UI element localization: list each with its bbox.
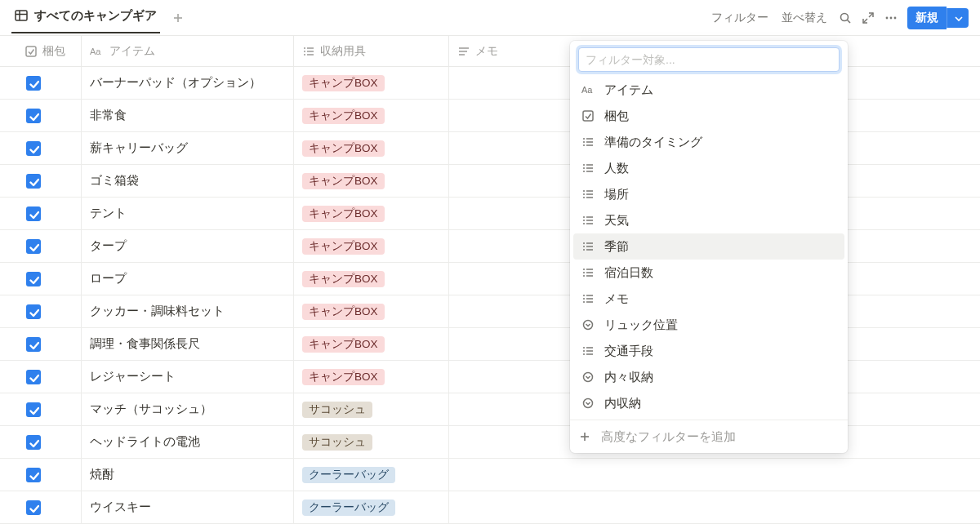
cell-memo	[449, 491, 980, 523]
filter-option[interactable]: アイテム	[573, 77, 844, 103]
item-name[interactable]: 非常食	[90, 108, 127, 123]
checkbox[interactable]	[26, 304, 41, 319]
item-name[interactable]: マッチ（サコッシュ）	[90, 402, 212, 417]
filter-option[interactable]: 宿泊日数	[573, 260, 844, 286]
storage-tag: キャンプBOX	[302, 108, 385, 124]
cell-storage: キャンプBOX	[294, 165, 449, 197]
add-view-button[interactable]	[168, 8, 188, 28]
cell-item: 焼酎	[82, 459, 294, 491]
item-name[interactable]: ウイスキー	[90, 500, 151, 515]
cell-storage: クーラーバッグ	[294, 491, 449, 523]
cell-checkbox	[0, 165, 82, 197]
checkbox[interactable]	[26, 370, 41, 384]
storage-tag: キャンプBOX	[302, 271, 385, 287]
checkbox[interactable]	[26, 272, 41, 286]
filter-option-list: アイテム梱包準備のタイミング人数場所天気季節宿泊日数メモリュック位置交通手段内々…	[570, 77, 848, 416]
column-label: アイテム	[109, 44, 155, 59]
filter-option[interactable]: 天気	[573, 207, 844, 233]
checkbox[interactable]	[26, 435, 41, 450]
item-name[interactable]: ロープ	[90, 271, 127, 286]
expand-button[interactable]	[857, 7, 880, 29]
item-name[interactable]: ヘッドライトの電池	[90, 434, 200, 450]
view-tab[interactable]: すべてのキャンプギア	[11, 3, 160, 33]
plus-icon	[578, 430, 591, 443]
checkbox[interactable]	[26, 468, 41, 482]
column-header-storage[interactable]: 収納用具	[294, 36, 449, 66]
list-icon	[581, 162, 595, 175]
cell-storage: キャンプBOX	[294, 67, 449, 99]
checkbox[interactable]	[26, 337, 41, 352]
more-button[interactable]	[880, 7, 902, 29]
cell-checkbox	[0, 459, 82, 491]
item-name[interactable]: 調理・食事関係長尺	[90, 336, 200, 352]
checkbox-icon	[581, 109, 595, 122]
storage-tag: キャンプBOX	[302, 336, 385, 353]
checkbox[interactable]	[26, 239, 41, 254]
cell-item: ヘッドライトの電池	[82, 426, 294, 458]
advanced-filter-label: 高度なフィルターを追加	[601, 429, 736, 445]
filter-option[interactable]: 季節	[573, 233, 844, 260]
new-dropdown-button[interactable]	[947, 8, 969, 28]
filter-option-label: 宿泊日数	[604, 265, 653, 281]
check-icon	[28, 273, 39, 285]
table-row[interactable]: ウイスキークーラーバッグ	[0, 491, 980, 524]
chevron-down-icon	[952, 12, 964, 24]
checkbox[interactable]	[26, 109, 41, 123]
item-name[interactable]: バーナーパッド（オプション）	[90, 75, 261, 91]
text-icon	[90, 45, 105, 58]
list-icon	[302, 45, 315, 58]
filter-option[interactable]: 人数	[573, 155, 844, 181]
checkbox[interactable]	[26, 402, 41, 417]
checkbox[interactable]	[26, 141, 41, 156]
check-icon	[28, 469, 39, 481]
checkbox[interactable]	[26, 500, 41, 515]
cell-storage: クーラーバッグ	[294, 459, 449, 491]
filter-option-label: 季節	[604, 239, 629, 255]
checkbox[interactable]	[26, 206, 41, 221]
cell-checkbox	[0, 132, 82, 164]
cell-item: ゴミ箱袋	[82, 165, 294, 197]
filter-option[interactable]: 内々収納	[573, 364, 844, 390]
filter-option[interactable]: 準備のタイミング	[573, 129, 844, 155]
item-name[interactable]: 薪キャリーバッグ	[90, 140, 188, 156]
checkbox[interactable]	[26, 76, 41, 91]
filter-option[interactable]: 内収納	[573, 390, 844, 416]
filter-option[interactable]: 場所	[573, 181, 844, 207]
filter-option[interactable]: リュック位置	[573, 312, 844, 338]
cell-item: 薪キャリーバッグ	[82, 132, 294, 164]
cell-storage: キャンプBOX	[294, 361, 449, 393]
filter-option[interactable]: 梱包	[573, 103, 844, 129]
filter-button[interactable]: フィルター	[705, 7, 775, 29]
select-icon	[581, 371, 595, 384]
item-name[interactable]: 焼酎	[90, 467, 114, 482]
column-header-checkbox[interactable]: 梱包	[0, 36, 82, 66]
new-button[interactable]: 新規	[907, 7, 947, 29]
cell-storage: キャンプBOX	[294, 263, 449, 295]
check-icon	[28, 437, 39, 448]
item-name[interactable]: レジャーシート	[90, 369, 176, 384]
column-header-item[interactable]: アイテム	[82, 36, 294, 66]
expand-icon	[862, 11, 875, 24]
search-button[interactable]	[834, 7, 857, 29]
select-icon	[581, 318, 595, 331]
item-name[interactable]: ゴミ箱袋	[90, 173, 139, 189]
filter-search-input[interactable]	[578, 47, 840, 72]
cell-checkbox	[0, 198, 82, 229]
item-name[interactable]: テント	[90, 206, 127, 221]
check-icon	[28, 339, 39, 350]
item-name[interactable]: タープ	[90, 238, 127, 254]
checkbox[interactable]	[26, 174, 41, 189]
cell-storage: キャンプBOX	[294, 100, 449, 131]
filter-option[interactable]: 交通手段	[573, 338, 844, 364]
table-row[interactable]: 焼酎クーラーバッグ	[0, 459, 980, 491]
cell-checkbox	[0, 67, 82, 99]
item-name[interactable]: クッカー・調味料セット	[90, 304, 225, 319]
check-icon	[28, 371, 39, 383]
filter-option[interactable]: メモ	[573, 286, 844, 312]
text-icon	[581, 83, 595, 96]
storage-tag: キャンプBOX	[302, 369, 385, 385]
column-label: メモ	[475, 44, 498, 59]
sort-button[interactable]: 並べ替え	[775, 7, 834, 29]
list-icon	[581, 344, 595, 357]
advanced-filter-button[interactable]: 高度なフィルターを追加	[570, 424, 848, 450]
